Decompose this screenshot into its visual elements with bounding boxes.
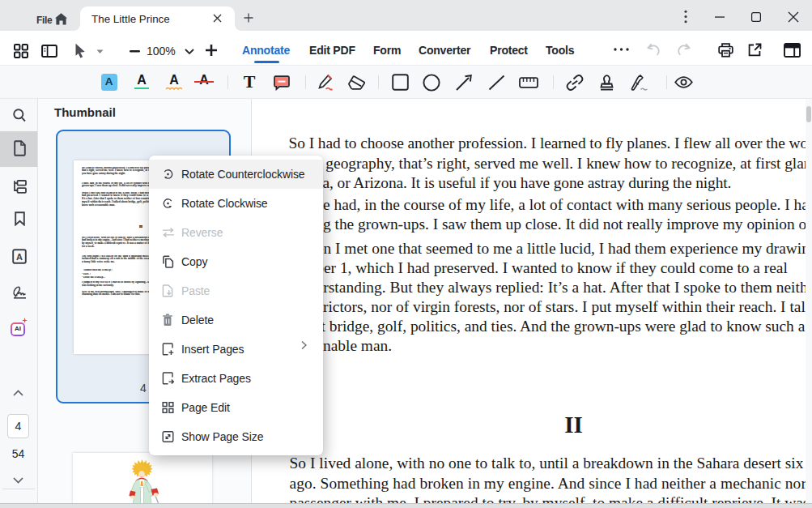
- svg-text:A: A: [16, 252, 23, 262]
